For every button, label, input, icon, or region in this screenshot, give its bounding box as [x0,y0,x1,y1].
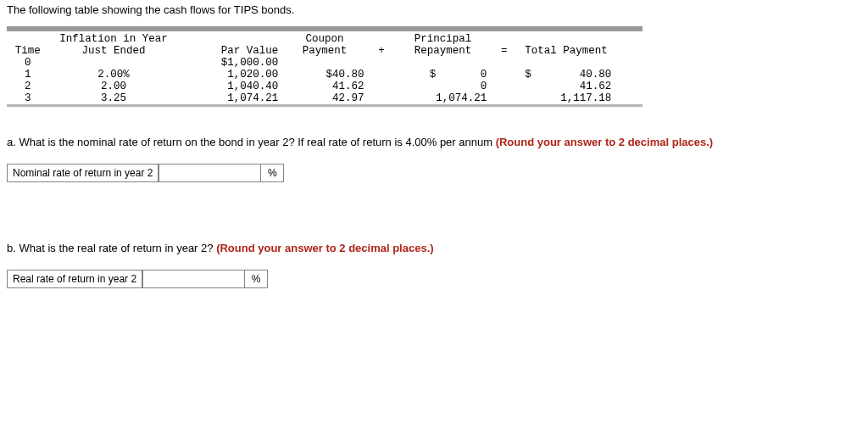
answer-a-table: Nominal rate of return in year 2 % [7,164,284,182]
col-inflation-l2: Just Ended [49,45,179,57]
cell-inflation: 2.00 [49,81,179,92]
cell-par: 1,074.21 [178,92,281,104]
answer-b-label: Real rate of return in year 2 [8,270,142,288]
cell-eq [490,92,518,104]
cell-plus [368,92,396,104]
cell-principal: $ 0 [396,69,491,81]
table-row: 2 2.00 1,040.40 41.62 0 41.62 [7,81,643,92]
cell-eq [490,57,518,69]
nominal-rate-input[interactable] [159,165,260,181]
cell-time: 2 [7,81,49,92]
cash-flow-table-wrap: Inflation in Year Coupon Principal Time … [7,26,643,107]
cell-par: 1,040.40 [178,81,281,92]
cell-coupon: 41.62 [281,81,367,92]
answer-a-label: Nominal rate of return in year 2 [8,165,159,182]
col-coupon-l1: Coupon [281,31,367,45]
cell-principal [396,57,491,69]
cell-time: 0 [7,57,49,69]
real-rate-input[interactable] [142,270,244,287]
cell-eq [490,69,518,81]
col-time: Time [7,45,49,57]
cell-plus [368,81,396,92]
cell-total [518,57,643,69]
percent-label: % [261,165,284,182]
question-a-text: a. What is the nominal rate of return on… [7,136,861,148]
cell-inflation: 2.00% [49,69,179,81]
col-par: Par Value [178,45,281,57]
col-plus: + [368,45,396,57]
cell-total: 1,117.18 [518,92,643,104]
answer-b-table: Real rate of return in year 2 % [7,270,268,288]
intro-text: The following table showing the cash flo… [7,3,861,16]
col-principal-l2: Repayment [396,45,491,57]
col-principal-l1: Principal [396,31,491,45]
question-a-prefix: a. What is the nominal rate of return on… [7,136,496,148]
table-row: 3 3.25 1,074.21 42.97 1,074.21 1,117.18 [7,92,643,104]
cell-total: 41.62 [518,81,643,92]
question-b-hint: (Round your answer to 2 decimal places.) [216,242,433,254]
cell-total: $40.80 [518,69,643,81]
cell-plus [368,57,396,69]
question-b-prefix: b. What is the real rate of return in ye… [7,242,216,254]
cell-par: $1,000.00 [178,57,281,69]
cell-inflation: 3.25 [49,92,179,104]
question-b-text: b. What is the real rate of return in ye… [7,242,861,254]
cell-eq [490,81,518,92]
table-row: 1 2.00% 1,020.00 $40.80 $ 0 $40.80 [7,69,643,81]
percent-label: % [245,270,268,288]
col-total: Total Payment [518,45,643,57]
question-a-hint: (Round your answer to 2 decimal places.) [496,136,713,148]
cell-plus [368,69,396,81]
cell-coupon: 42.97 [281,92,367,104]
cell-coupon: $40.80 [281,69,367,81]
col-coupon-l2: Payment [281,45,367,57]
cell-coupon [281,57,367,69]
col-eq: = [490,45,518,57]
cell-inflation [49,57,179,69]
cell-principal: 1,074.21 [396,92,491,104]
col-inflation-l1: Inflation in Year [49,31,179,45]
cash-flow-table: Inflation in Year Coupon Principal Time … [7,31,643,104]
cell-time: 1 [7,69,49,81]
cell-principal: 0 [396,81,491,92]
cell-par: 1,020.00 [178,69,281,81]
cell-time: 3 [7,92,49,104]
table-row: 0 $1,000.00 [7,57,643,69]
